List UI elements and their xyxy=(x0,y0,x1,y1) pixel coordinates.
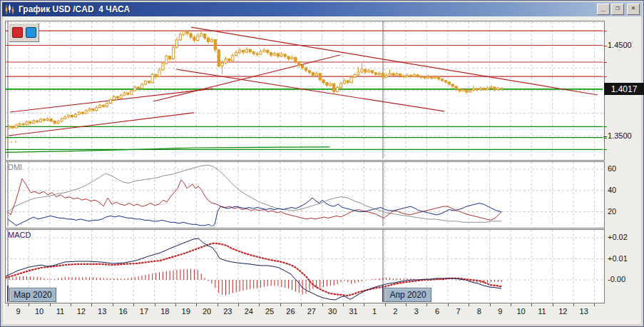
window-title: График USD /CAD 4 ЧАСА xyxy=(19,4,130,14)
dmi-axis-label: 40 xyxy=(608,186,616,194)
month-label: Мар 2020 xyxy=(9,288,56,302)
day-label: 17 xyxy=(140,307,148,316)
day-label: 10 xyxy=(516,307,525,316)
day-label: 10 xyxy=(35,307,44,316)
time-axis-tick xyxy=(71,303,71,306)
maximize-button[interactable]: ❐ xyxy=(611,4,624,15)
month-label: Апр 2020 xyxy=(384,288,431,302)
day-label: 26 xyxy=(286,307,295,316)
day-label: 7 xyxy=(456,307,460,316)
macd-axis-label: -0.00 xyxy=(608,275,625,283)
day-label: 23 xyxy=(223,307,232,316)
dmi-indicator-panel[interactable] xyxy=(5,161,605,228)
time-axis-tick xyxy=(385,303,386,306)
trendlines xyxy=(9,27,598,136)
grid-layer xyxy=(6,230,603,301)
sell-marker-button[interactable] xyxy=(12,27,23,38)
axis-tick xyxy=(603,136,607,137)
day-label: 12 xyxy=(558,307,567,316)
day-label: 30 xyxy=(328,307,337,316)
time-axis-tick xyxy=(511,303,511,306)
green-level-tick xyxy=(603,138,607,139)
app-candlestick-icon xyxy=(4,4,15,15)
red-level-tick xyxy=(603,31,607,31)
horizontal-levels xyxy=(6,31,603,149)
day-label: 13 xyxy=(98,307,106,316)
day-label: 2 xyxy=(393,307,397,316)
time-axis-tick xyxy=(238,303,239,306)
day-label: 6 xyxy=(435,307,439,316)
day-label: 9 xyxy=(498,307,502,316)
time-axis-tick xyxy=(469,303,469,306)
time-axis-tick xyxy=(133,303,134,306)
green-level-tick xyxy=(603,126,607,127)
day-label: 25 xyxy=(265,307,274,316)
time-axis-tick xyxy=(301,303,302,306)
day-label: 1 xyxy=(372,307,377,316)
stub-marks xyxy=(8,141,16,143)
day-label: 9 xyxy=(16,307,21,316)
time-axis-tick xyxy=(175,303,176,306)
time-axis-tick xyxy=(29,303,29,306)
day-label: 27 xyxy=(307,307,316,316)
minimize-button[interactable]: _ xyxy=(597,4,610,15)
price-axis-label: 1.4500 xyxy=(608,41,632,49)
time-axis-tick xyxy=(426,303,427,306)
dmi-axis-label: 60 xyxy=(608,164,616,173)
time-axis-tick xyxy=(573,303,574,306)
time-axis-tick xyxy=(155,303,155,306)
red-level-tick xyxy=(603,46,607,46)
dmi-line-ADX xyxy=(8,165,501,222)
time-axis-tick xyxy=(448,303,449,306)
day-label: 3 xyxy=(414,307,419,316)
grid-layer xyxy=(6,162,603,226)
time-axis-tick xyxy=(280,303,281,306)
time-axis-tick xyxy=(91,303,92,306)
chart-mini-toolbar xyxy=(9,23,39,42)
time-axis-tick xyxy=(490,303,491,306)
time-axis-tick xyxy=(406,303,407,306)
time-axis-tick xyxy=(553,303,553,306)
time-axis-tick xyxy=(113,303,113,306)
day-label: 11 xyxy=(538,307,546,316)
day-label: 19 xyxy=(182,307,190,316)
dmi-axis-label: 20 xyxy=(608,207,616,216)
green-level-tick xyxy=(603,149,607,150)
day-label: 31 xyxy=(349,307,357,316)
buy-marker-button[interactable] xyxy=(26,27,36,38)
grid-layer xyxy=(6,21,603,159)
time-axis-tick xyxy=(594,303,595,306)
time-axis-tick xyxy=(8,303,9,306)
day-label: 18 xyxy=(160,307,169,316)
day-label: 16 xyxy=(118,307,127,316)
month-divider-lines xyxy=(8,21,383,159)
dmi-line--DI xyxy=(8,198,501,226)
close-button[interactable]: × xyxy=(627,4,640,15)
time-axis-tick xyxy=(259,303,260,306)
time-axis-tick xyxy=(343,303,344,306)
title-bar[interactable]: График USD /CAD 4 ЧАСА _ ❐ × xyxy=(2,2,642,16)
time-axis-tick xyxy=(50,303,51,306)
window-controls: _ ❐ × xyxy=(597,4,640,15)
macd-axis-label: +0.01 xyxy=(608,254,628,263)
price-chart-panel[interactable] xyxy=(5,21,605,161)
trendline-channel-lower xyxy=(9,113,194,136)
time-axis-tick xyxy=(531,303,532,306)
month-boundary-marker xyxy=(382,286,384,302)
time-axis-tick xyxy=(322,303,323,306)
month-boundary-marker xyxy=(7,286,9,302)
current-price-tag: 1.4017 xyxy=(604,83,644,95)
price-axis-label: 1.3500 xyxy=(608,131,632,140)
trendline-descending-resistance xyxy=(191,27,598,95)
day-label: 12 xyxy=(77,307,86,316)
macd-axis-label: +0.02 xyxy=(608,233,628,241)
day-label: 11 xyxy=(56,307,64,316)
day-label: 8 xyxy=(477,307,481,316)
red-level-tick xyxy=(603,62,607,63)
day-label: 13 xyxy=(580,307,588,316)
time-axis-tick xyxy=(218,303,218,306)
time-axis-tick xyxy=(196,303,197,306)
macd-indicator-panel[interactable] xyxy=(5,229,605,303)
application-window: График USD /CAD 4 ЧАСА _ ❐ × DMI MACD 1.… xyxy=(0,0,644,327)
day-label: 20 xyxy=(203,307,211,316)
